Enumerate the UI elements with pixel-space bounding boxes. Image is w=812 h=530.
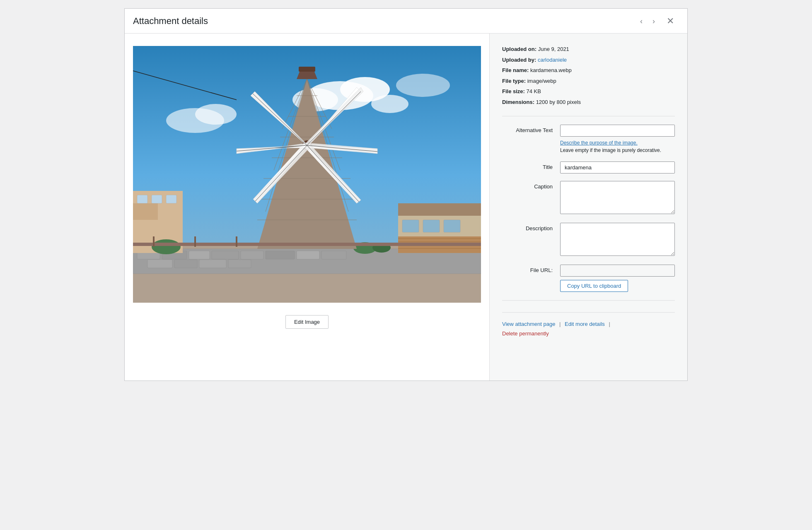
file-size-label: File size: [502, 88, 525, 94]
copy-url-button[interactable]: Copy URL to clipboard [560, 280, 628, 292]
description-textarea[interactable] [560, 223, 675, 256]
description-row: Description [502, 223, 675, 257]
description-label: Description [502, 223, 560, 231]
uploaded-by-label: Uploaded by: [502, 57, 536, 63]
svg-rect-17 [266, 251, 295, 259]
svg-rect-26 [137, 195, 147, 203]
svg-point-39 [152, 239, 181, 254]
divider-1 [502, 116, 675, 116]
meta-section: Uploaded on: June 9, 2021 Uploaded by: c… [502, 45, 675, 106]
svg-point-7 [396, 74, 450, 97]
caption-wrap [560, 181, 675, 215]
next-button[interactable]: › [648, 14, 660, 28]
edit-more-details-link[interactable]: Edit more details [565, 321, 605, 327]
chevron-left-icon: ‹ [640, 17, 643, 25]
footer-link-row-1: View attachment page | Edit more details… [502, 321, 675, 327]
svg-rect-28 [166, 195, 176, 203]
svg-rect-16 [241, 251, 263, 259]
alt-text-help: Describe the purpose of the image. Leave… [560, 139, 675, 154]
file-type-value: image/webp [527, 78, 556, 84]
svg-rect-30 [398, 203, 481, 216]
dimensions-row: Dimensions: 1200 by 800 pixels [502, 98, 675, 106]
title-label: Title [502, 161, 560, 170]
file-type-label: File type: [502, 78, 526, 84]
file-url-label: File URL: [502, 265, 560, 273]
file-type-row: File type: image/webp [502, 77, 675, 85]
description-wrap [560, 223, 675, 257]
chevron-right-icon: › [652, 17, 655, 25]
windmill-svg [133, 46, 481, 303]
svg-rect-57 [299, 67, 315, 72]
svg-rect-22 [199, 260, 226, 268]
file-size-row: File size: 74 KB [502, 87, 675, 96]
modal-body: Edit Image Uploaded on: June 9, 2021 Upl… [125, 34, 687, 381]
modal-title: Attachment details [133, 16, 635, 26]
svg-rect-14 [189, 251, 210, 259]
svg-rect-31 [402, 220, 419, 232]
prev-button[interactable]: ‹ [635, 14, 648, 28]
alt-text-link[interactable]: Describe the purpose of the image. [560, 140, 638, 146]
alt-text-help-text: Leave empty if the image is purely decor… [560, 147, 661, 153]
title-input[interactable] [560, 161, 675, 173]
uploaded-by-row: Uploaded by: carlodaniele [502, 56, 675, 64]
alt-text-label: Alternative Text [502, 125, 560, 133]
file-name-label: File name: [502, 67, 529, 73]
file-url-input[interactable] [560, 265, 675, 277]
footer-sep-1: | [559, 321, 561, 327]
svg-rect-23 [228, 260, 251, 268]
file-name-value: kardamena.webp [530, 67, 572, 73]
uploaded-on-label: Uploaded on: [502, 46, 536, 52]
left-panel: Edit Image [125, 34, 490, 381]
svg-rect-19 [321, 251, 346, 259]
alt-text-row: Alternative Text Describe the purpose of… [502, 125, 675, 154]
svg-rect-78 [133, 243, 481, 246]
file-name-row: File name: kardamena.webp [502, 66, 675, 75]
svg-rect-32 [423, 220, 440, 232]
uploaded-on-row: Uploaded on: June 9, 2021 [502, 45, 675, 53]
attachment-details-modal: Attachment details ‹ › ✕ [124, 8, 688, 381]
title-wrap [560, 161, 675, 173]
file-url-wrap: Copy URL to clipboard [560, 265, 675, 292]
close-button[interactable]: ✕ [662, 13, 679, 29]
svg-point-6 [195, 104, 237, 125]
right-panel: Uploaded on: June 9, 2021 Uploaded by: c… [490, 34, 687, 381]
caption-textarea[interactable] [560, 181, 675, 214]
view-attachment-link[interactable]: View attachment page [502, 321, 555, 327]
svg-point-4 [371, 95, 408, 113]
footer-link-row-2: Delete permanently [502, 330, 675, 337]
svg-rect-15 [212, 251, 239, 259]
caption-row: Caption [502, 181, 675, 215]
alt-text-wrap: Describe the purpose of the image. Leave… [560, 125, 675, 154]
close-icon: ✕ [667, 17, 674, 26]
title-row: Title [502, 161, 675, 173]
footer-sep-2: | [609, 321, 610, 327]
svg-rect-25 [133, 203, 158, 220]
svg-rect-20 [147, 260, 172, 268]
header-navigation: ‹ › ✕ [635, 13, 679, 29]
image-preview [133, 46, 481, 303]
uploaded-on-value: June 9, 2021 [538, 46, 569, 52]
file-size-value: 74 KB [527, 88, 541, 94]
svg-rect-21 [174, 260, 197, 268]
svg-rect-33 [444, 220, 460, 232]
dimensions-label: Dimensions: [502, 99, 534, 105]
divider-2 [502, 300, 675, 301]
caption-label: Caption [502, 181, 560, 190]
delete-permanently-link[interactable]: Delete permanently [502, 330, 549, 337]
dimensions-value: 1200 by 800 pixels [536, 99, 581, 105]
uploaded-by-link[interactable]: carlodaniele [538, 57, 567, 63]
footer-links: View attachment page | Edit more details… [502, 312, 675, 337]
modal-header: Attachment details ‹ › ✕ [125, 9, 687, 34]
svg-rect-27 [152, 195, 162, 203]
edit-image-button[interactable]: Edit Image [285, 315, 329, 329]
file-url-row: File URL: Copy URL to clipboard [502, 265, 675, 292]
svg-rect-18 [297, 251, 319, 259]
alt-text-input[interactable] [560, 125, 675, 137]
